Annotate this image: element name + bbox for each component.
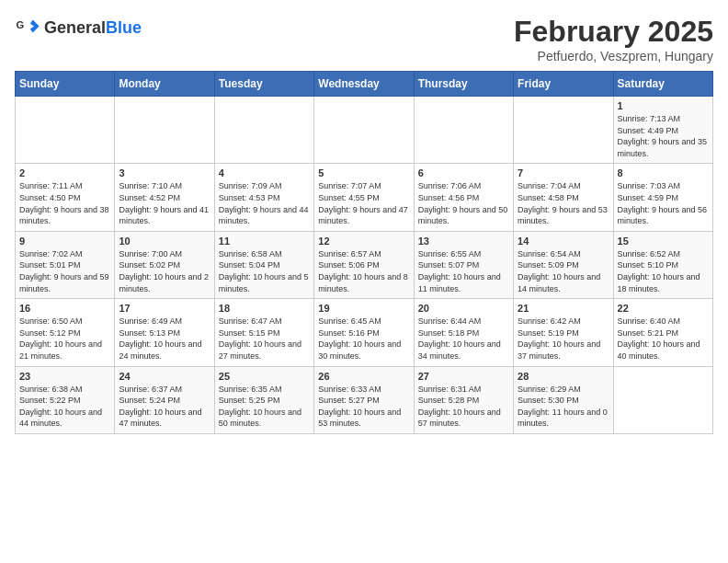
day-info: Sunrise: 6:37 AM Sunset: 5:24 PM Dayligh… (119, 384, 210, 430)
day-info: Sunrise: 6:42 AM Sunset: 5:19 PM Dayligh… (518, 316, 609, 362)
table-row: 28Sunrise: 6:29 AM Sunset: 5:30 PM Dayli… (514, 366, 613, 433)
day-info: Sunrise: 6:52 AM Sunset: 5:10 PM Dayligh… (618, 248, 709, 294)
table-row: 9Sunrise: 7:02 AM Sunset: 5:01 PM Daylig… (16, 231, 115, 298)
table-row: 17Sunrise: 6:49 AM Sunset: 5:13 PM Dayli… (115, 299, 214, 366)
day-number: 27 (418, 371, 509, 382)
day-number: 22 (618, 303, 709, 314)
subtitle: Petfuerdo, Veszprem, Hungary (514, 49, 713, 63)
svg-text:G: G (16, 19, 24, 30)
col-wednesday: Wednesday (314, 72, 414, 97)
table-row: 20Sunrise: 6:44 AM Sunset: 5:18 PM Dayli… (414, 299, 513, 366)
day-number: 11 (219, 236, 310, 247)
col-saturday: Saturday (613, 72, 712, 97)
day-number: 2 (19, 167, 110, 178)
day-number: 19 (318, 303, 409, 314)
day-number: 15 (618, 236, 709, 247)
calendar-week-row: 2Sunrise: 7:11 AM Sunset: 4:50 PM Daylig… (16, 164, 713, 231)
day-number: 23 (19, 371, 110, 382)
day-info: Sunrise: 6:40 AM Sunset: 5:21 PM Dayligh… (618, 316, 709, 362)
day-info: Sunrise: 6:55 AM Sunset: 5:07 PM Dayligh… (418, 248, 509, 294)
day-number: 6 (418, 167, 509, 178)
table-row: 2Sunrise: 7:11 AM Sunset: 4:50 PM Daylig… (16, 164, 115, 231)
day-info: Sunrise: 6:33 AM Sunset: 5:27 PM Dayligh… (318, 384, 409, 430)
day-number: 28 (518, 371, 609, 382)
day-number: 26 (318, 371, 409, 382)
calendar-week-row: 16Sunrise: 6:50 AM Sunset: 5:12 PM Dayli… (16, 299, 713, 366)
day-info: Sunrise: 7:06 AM Sunset: 4:56 PM Dayligh… (418, 180, 509, 226)
table-row: 12Sunrise: 6:57 AM Sunset: 5:06 PM Dayli… (314, 231, 414, 298)
day-number: 12 (318, 236, 409, 247)
calendar-week-row: 1Sunrise: 7:13 AM Sunset: 4:49 PM Daylig… (16, 97, 713, 164)
day-info: Sunrise: 6:44 AM Sunset: 5:18 PM Dayligh… (418, 316, 509, 362)
day-info: Sunrise: 7:13 AM Sunset: 4:49 PM Dayligh… (618, 113, 709, 159)
calendar-week-row: 9Sunrise: 7:02 AM Sunset: 5:01 PM Daylig… (16, 231, 713, 298)
day-info: Sunrise: 6:31 AM Sunset: 5:28 PM Dayligh… (418, 384, 509, 430)
logo: G GeneralBlue (15, 15, 142, 40)
day-info: Sunrise: 6:54 AM Sunset: 5:09 PM Dayligh… (518, 248, 609, 294)
table-row: 7Sunrise: 7:04 AM Sunset: 4:58 PM Daylig… (514, 164, 613, 231)
table-row: 18Sunrise: 6:47 AM Sunset: 5:15 PM Dayli… (214, 299, 313, 366)
day-number: 3 (119, 167, 210, 178)
day-info: Sunrise: 7:02 AM Sunset: 5:01 PM Dayligh… (19, 248, 110, 294)
table-row (514, 97, 613, 164)
table-row: 22Sunrise: 6:40 AM Sunset: 5:21 PM Dayli… (613, 299, 712, 366)
calendar-header-row: Sunday Monday Tuesday Wednesday Thursday… (16, 72, 713, 97)
table-row (214, 97, 313, 164)
day-info: Sunrise: 7:11 AM Sunset: 4:50 PM Dayligh… (19, 180, 110, 226)
day-number: 1 (618, 100, 709, 111)
col-friday: Friday (514, 72, 613, 97)
table-row: 10Sunrise: 7:00 AM Sunset: 5:02 PM Dayli… (115, 231, 214, 298)
day-info: Sunrise: 6:38 AM Sunset: 5:22 PM Dayligh… (19, 384, 110, 430)
calendar-week-row: 23Sunrise: 6:38 AM Sunset: 5:22 PM Dayli… (16, 366, 713, 433)
day-info: Sunrise: 7:00 AM Sunset: 5:02 PM Dayligh… (119, 248, 210, 294)
page-header: G GeneralBlue February 2025 Petfuerdo, V… (15, 15, 713, 63)
day-number: 13 (418, 236, 509, 247)
table-row (613, 366, 712, 433)
calendar: Sunday Monday Tuesday Wednesday Thursday… (15, 71, 713, 434)
day-number: 4 (219, 167, 310, 178)
table-row: 13Sunrise: 6:55 AM Sunset: 5:07 PM Dayli… (414, 231, 513, 298)
day-number: 5 (318, 167, 409, 178)
day-number: 21 (518, 303, 609, 314)
table-row: 21Sunrise: 6:42 AM Sunset: 5:19 PM Dayli… (514, 299, 613, 366)
day-info: Sunrise: 6:49 AM Sunset: 5:13 PM Dayligh… (119, 316, 210, 362)
day-info: Sunrise: 6:57 AM Sunset: 5:06 PM Dayligh… (318, 248, 409, 294)
main-title: February 2025 (514, 15, 713, 49)
day-number: 14 (518, 236, 609, 247)
col-tuesday: Tuesday (214, 72, 313, 97)
table-row (314, 97, 414, 164)
table-row (16, 97, 115, 164)
day-number: 25 (219, 371, 310, 382)
table-row: 26Sunrise: 6:33 AM Sunset: 5:27 PM Dayli… (314, 366, 414, 433)
day-info: Sunrise: 6:58 AM Sunset: 5:04 PM Dayligh… (219, 248, 310, 294)
day-number: 9 (19, 236, 110, 247)
table-row: 16Sunrise: 6:50 AM Sunset: 5:12 PM Dayli… (16, 299, 115, 366)
day-info: Sunrise: 7:09 AM Sunset: 4:53 PM Dayligh… (219, 180, 310, 226)
col-sunday: Sunday (16, 72, 115, 97)
table-row: 19Sunrise: 6:45 AM Sunset: 5:16 PM Dayli… (314, 299, 414, 366)
table-row: 5Sunrise: 7:07 AM Sunset: 4:55 PM Daylig… (314, 164, 414, 231)
day-info: Sunrise: 6:47 AM Sunset: 5:15 PM Dayligh… (219, 316, 310, 362)
day-number: 24 (119, 371, 210, 382)
day-number: 18 (219, 303, 310, 314)
day-info: Sunrise: 6:50 AM Sunset: 5:12 PM Dayligh… (19, 316, 110, 362)
table-row: 4Sunrise: 7:09 AM Sunset: 4:53 PM Daylig… (214, 164, 313, 231)
table-row: 27Sunrise: 6:31 AM Sunset: 5:28 PM Dayli… (414, 366, 513, 433)
day-number: 10 (119, 236, 210, 247)
table-row: 25Sunrise: 6:35 AM Sunset: 5:25 PM Dayli… (214, 366, 313, 433)
day-info: Sunrise: 7:03 AM Sunset: 4:59 PM Dayligh… (618, 180, 709, 226)
table-row: 6Sunrise: 7:06 AM Sunset: 4:56 PM Daylig… (414, 164, 513, 231)
col-thursday: Thursday (414, 72, 513, 97)
logo-text-general: General (44, 18, 106, 37)
logo-text-blue: Blue (106, 18, 142, 37)
table-row (115, 97, 214, 164)
table-row: 1Sunrise: 7:13 AM Sunset: 4:49 PM Daylig… (613, 97, 712, 164)
day-number: 7 (518, 167, 609, 178)
table-row: 24Sunrise: 6:37 AM Sunset: 5:24 PM Dayli… (115, 366, 214, 433)
table-row: 8Sunrise: 7:03 AM Sunset: 4:59 PM Daylig… (613, 164, 712, 231)
table-row: 23Sunrise: 6:38 AM Sunset: 5:22 PM Dayli… (16, 366, 115, 433)
day-info: Sunrise: 6:45 AM Sunset: 5:16 PM Dayligh… (318, 316, 409, 362)
table-row: 11Sunrise: 6:58 AM Sunset: 5:04 PM Dayli… (214, 231, 313, 298)
day-number: 16 (19, 303, 110, 314)
svg-marker-1 (30, 20, 40, 33)
